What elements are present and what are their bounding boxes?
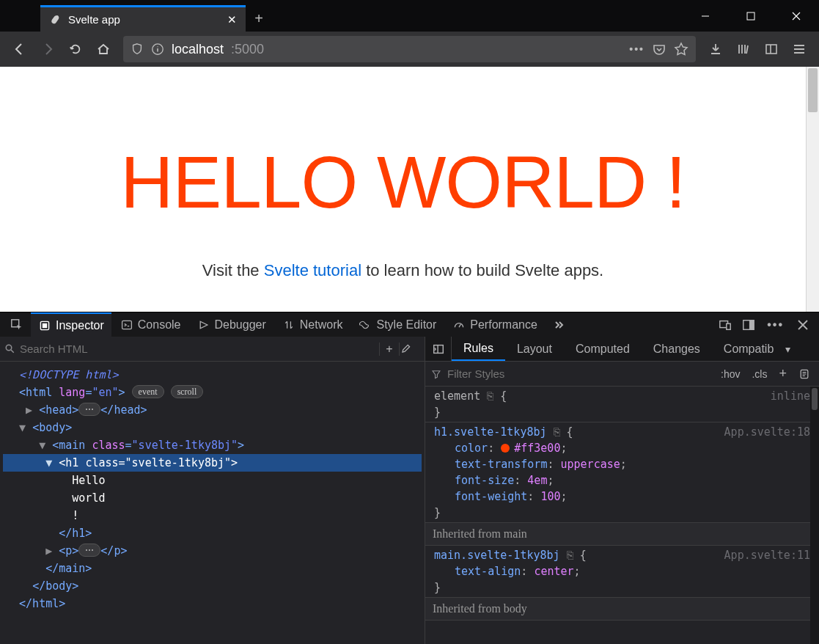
menu-button[interactable] bbox=[787, 37, 812, 62]
console-tab[interactable]: Console bbox=[113, 312, 188, 337]
rule-h1[interactable]: h1.svelte-1tky8bj ⎘ {App.svelte:18 color… bbox=[425, 422, 819, 523]
dom-row[interactable]: ▼ <main class="svelte-1tky8bj"> bbox=[3, 436, 422, 454]
scrollbar-thumb[interactable] bbox=[812, 388, 818, 410]
dom-row[interactable]: </main> bbox=[3, 560, 422, 577]
dom-row[interactable]: Hello bbox=[3, 472, 422, 489]
dom-row[interactable]: ▼ <body> bbox=[3, 419, 422, 436]
performance-tab[interactable]: Performance bbox=[445, 312, 545, 337]
url-port: :5000 bbox=[231, 42, 264, 57]
inherited-from-main: Inherited from main bbox=[425, 523, 819, 546]
info-icon[interactable] bbox=[151, 43, 164, 56]
dom-panel: + <!DOCTYPE html> <html lang="en"> event… bbox=[0, 337, 425, 644]
rule-main[interactable]: main.svelte-1tky8bj ⎘ {App.svelte:11 tex… bbox=[425, 546, 819, 598]
back-button[interactable] bbox=[7, 37, 32, 62]
forward-button[interactable] bbox=[35, 37, 60, 62]
tab-title: Svelte app bbox=[68, 13, 220, 26]
dom-row[interactable]: <html lang="en"> event scroll bbox=[3, 384, 422, 401]
rules-scrollbar[interactable] bbox=[810, 387, 819, 644]
html-search-input[interactable] bbox=[20, 343, 379, 355]
inspector-icon bbox=[38, 319, 51, 332]
filter-styles-input[interactable] bbox=[447, 367, 712, 380]
devtools-menu-button[interactable]: ••• bbox=[761, 312, 790, 337]
rules-panel: Rules Layout Computed Changes Compatib ▾… bbox=[425, 337, 819, 644]
svg-rect-10 bbox=[749, 320, 754, 329]
dom-row[interactable]: </h1> bbox=[3, 524, 422, 542]
new-rule-button[interactable]: + bbox=[776, 366, 790, 381]
tab-changes[interactable]: Changes bbox=[642, 337, 712, 361]
rules-tablist: Rules Layout Computed Changes Compatib ▾ bbox=[425, 337, 819, 362]
responsive-mode-button[interactable] bbox=[714, 312, 736, 337]
page-actions-icon[interactable]: ••• bbox=[629, 43, 644, 55]
address-bar: localhost:5000 ••• bbox=[0, 32, 819, 67]
downloads-icon[interactable] bbox=[703, 37, 728, 62]
devtools-body: + <!DOCTYPE html> <html lang="en"> event… bbox=[0, 337, 819, 644]
toggle-3pane-button[interactable] bbox=[425, 337, 452, 361]
close-devtools-button[interactable] bbox=[791, 312, 815, 337]
pocket-icon[interactable] bbox=[652, 42, 666, 56]
html-search-bar: + bbox=[0, 337, 425, 362]
tabs-dropdown-icon[interactable]: ▾ bbox=[785, 337, 800, 361]
dom-row[interactable]: world bbox=[3, 489, 422, 507]
dom-tree[interactable]: <!DOCTYPE html> <html lang="en"> event s… bbox=[0, 362, 425, 644]
page-scrollbar[interactable] bbox=[806, 67, 819, 312]
element-picker-button[interactable] bbox=[4, 312, 29, 337]
tab-layout[interactable]: Layout bbox=[505, 337, 564, 361]
svg-rect-2 bbox=[766, 45, 776, 54]
bookmark-star-icon[interactable] bbox=[674, 42, 688, 56]
color-swatch[interactable] bbox=[501, 444, 510, 453]
network-tab[interactable]: Network bbox=[275, 312, 350, 337]
shield-icon[interactable] bbox=[131, 43, 144, 56]
svg-point-11 bbox=[6, 345, 12, 351]
search-icon bbox=[4, 343, 15, 354]
tab-computed[interactable]: Computed bbox=[564, 337, 642, 361]
dom-row[interactable]: ▶ <p>⋯</p> bbox=[3, 542, 422, 560]
page-viewport: Hello world ! Visit the Svelte tutorial … bbox=[0, 67, 819, 312]
hov-toggle[interactable]: :hov bbox=[718, 368, 743, 380]
url-bar[interactable]: localhost:5000 ••• bbox=[123, 36, 696, 62]
close-window-button[interactable] bbox=[774, 0, 819, 32]
window-controls bbox=[683, 0, 819, 32]
inherited-from-body: Inherited from body bbox=[425, 598, 819, 621]
svg-rect-8 bbox=[727, 323, 730, 329]
svg-rect-5 bbox=[43, 323, 47, 327]
funnel-icon bbox=[431, 369, 441, 379]
page-heading: Hello world ! bbox=[0, 140, 806, 224]
tab-compatibility[interactable]: Compatib bbox=[712, 337, 785, 361]
rule-element-inline[interactable]: element ⎘ {inline } bbox=[425, 387, 819, 422]
new-tab-button[interactable]: + bbox=[246, 5, 272, 32]
performance-icon bbox=[452, 318, 466, 332]
dom-row[interactable]: </body> bbox=[3, 577, 422, 595]
dom-row[interactable]: <!DOCTYPE html> bbox=[3, 366, 422, 384]
network-icon bbox=[282, 318, 295, 332]
dom-row[interactable]: ▶ <head>⋯</head> bbox=[3, 401, 422, 419]
dom-row[interactable]: </html> bbox=[3, 595, 422, 612]
dom-row-selected[interactable]: ▼ <h1 class="svelte-1tky8bj"> bbox=[3, 454, 422, 472]
eyedropper-button[interactable] bbox=[400, 343, 420, 355]
svelte-tutorial-link[interactable]: Svelte tutorial bbox=[264, 261, 361, 279]
home-button[interactable] bbox=[91, 37, 116, 62]
library-icon[interactable] bbox=[731, 37, 756, 62]
browser-tab[interactable]: Svelte app ✕ bbox=[40, 5, 246, 32]
url-host: localhost bbox=[172, 42, 224, 57]
titlebar: Svelte app ✕ + bbox=[0, 0, 819, 32]
close-tab-icon[interactable]: ✕ bbox=[227, 13, 237, 26]
tab-rules[interactable]: Rules bbox=[452, 337, 505, 361]
dom-row[interactable]: ! bbox=[3, 507, 422, 524]
add-node-button[interactable]: + bbox=[379, 343, 400, 356]
dock-mode-button[interactable] bbox=[738, 312, 760, 337]
debugger-tab[interactable]: Debugger bbox=[190, 312, 273, 337]
light-mode-icon[interactable] bbox=[796, 368, 813, 380]
reload-button[interactable] bbox=[63, 37, 88, 62]
devtools-toolbar: Inspector Console Debugger Network Style… bbox=[0, 312, 819, 337]
scrollbar-thumb[interactable] bbox=[808, 68, 818, 112]
page-paragraph: Visit the Svelte tutorial to learn how t… bbox=[0, 261, 806, 280]
devtools-overflow-button[interactable] bbox=[546, 312, 570, 337]
cls-toggle[interactable]: .cls bbox=[749, 368, 770, 380]
sidebar-icon[interactable] bbox=[759, 37, 784, 62]
style-editor-tab[interactable]: Style Editor bbox=[351, 312, 444, 337]
rules-list[interactable]: element ⎘ {inline } h1.svelte-1tky8bj ⎘ … bbox=[425, 387, 819, 644]
minimize-button[interactable] bbox=[683, 0, 728, 32]
style-editor-icon bbox=[359, 318, 372, 332]
inspector-tab[interactable]: Inspector bbox=[31, 312, 111, 337]
maximize-button[interactable] bbox=[728, 0, 774, 32]
